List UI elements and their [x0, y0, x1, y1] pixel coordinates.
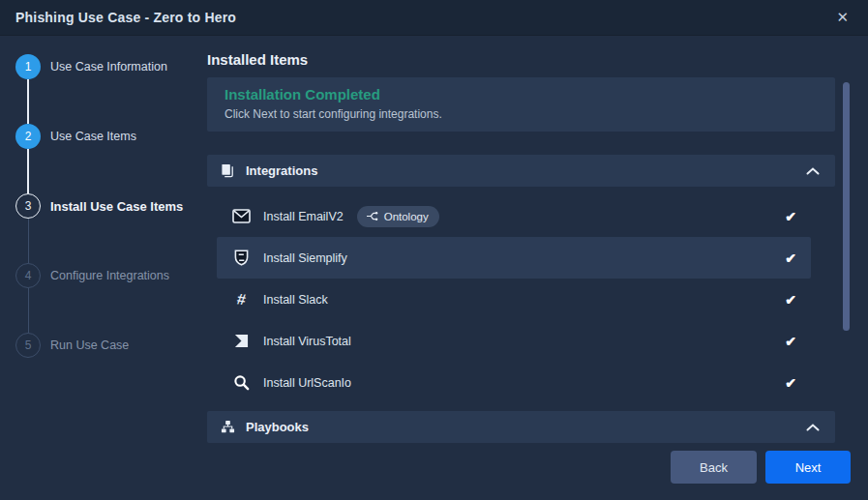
- back-button[interactable]: Back: [671, 451, 757, 484]
- step-number: 1: [15, 54, 41, 79]
- integration-row-label: Install Siemplify: [263, 251, 347, 265]
- step-label: Use Case Information: [50, 60, 167, 74]
- integration-row-urlscanio[interactable]: Install UrlScanIo ✔: [217, 362, 811, 403]
- integration-row-label: Install UrlScanIo: [263, 376, 351, 390]
- scrollbar-thumb[interactable]: [843, 82, 850, 331]
- search-icon: [230, 374, 252, 391]
- virustotal-icon: [230, 334, 252, 348]
- integration-row-label: Install EmailV2: [263, 210, 344, 223]
- check-icon: ✔: [785, 209, 796, 224]
- section-label: Playbooks: [246, 420, 804, 434]
- step-number: 5: [15, 333, 41, 358]
- stepper-connector: [28, 288, 29, 333]
- step-number: 4: [15, 263, 41, 288]
- step-use-case-information[interactable]: 1 Use Case Information: [0, 54, 167, 79]
- step-number: 3: [15, 193, 41, 219]
- main-content: Installed Items Installation Completed C…: [207, 36, 835, 443]
- step-run-use-case[interactable]: 5 Run Use Case: [0, 333, 129, 358]
- footer-actions: Back Next: [671, 451, 851, 484]
- installation-status-banner: Installation Completed Click Next to sta…: [207, 77, 835, 132]
- chevron-up-icon[interactable]: [804, 165, 822, 177]
- integration-row-slack[interactable]: # Install Slack ✔: [217, 279, 811, 320]
- step-install-use-case-items[interactable]: 3 Install Use Case Items: [0, 193, 183, 219]
- section-header-playbooks[interactable]: Playbooks: [207, 411, 835, 443]
- wizard-stepper: 1 Use Case Information 2 Use Case Items …: [0, 36, 207, 500]
- ontology-badge: Ontology: [357, 206, 439, 227]
- playbooks-icon: [221, 420, 235, 434]
- check-icon: ✔: [785, 250, 796, 266]
- step-number: 2: [15, 124, 41, 149]
- titlebar: Phishing Use Case - Zero to Hero ✕: [0, 0, 868, 36]
- integration-row-emailv2[interactable]: Install EmailV2 Ontology ✔: [217, 195, 811, 237]
- step-use-case-items[interactable]: 2 Use Case Items: [0, 124, 136, 149]
- branch-icon: [366, 211, 378, 221]
- stepper-connector: [27, 79, 29, 124]
- step-label: Run Use Case: [50, 338, 129, 352]
- step-configure-integrations[interactable]: 4 Configure Integrations: [0, 263, 169, 288]
- integrations-icon: [221, 163, 235, 178]
- email-icon: [230, 209, 252, 223]
- siemplify-icon: [230, 250, 252, 266]
- integration-row-label: Install VirusTotal: [263, 335, 351, 348]
- use-case-wizard-modal: Phishing Use Case - Zero to Hero ✕ 1 Use…: [0, 0, 868, 500]
- banner-subtitle: Click Next to start configuring integrat…: [224, 107, 818, 121]
- next-button[interactable]: Next: [765, 451, 851, 484]
- integrations-list: Install EmailV2 Ontology ✔ Install Siemp…: [207, 187, 835, 403]
- step-label: Use Case Items: [50, 130, 136, 143]
- check-icon: ✔: [785, 375, 796, 391]
- section-header-integrations[interactable]: Integrations: [207, 155, 835, 187]
- slack-icon: #: [230, 291, 252, 309]
- integration-row-siemplify[interactable]: Install Siemplify ✔: [217, 237, 811, 279]
- step-label: Configure Integrations: [50, 269, 169, 282]
- check-icon: ✔: [785, 334, 796, 349]
- banner-title: Installation Completed: [224, 86, 818, 103]
- page-title: Installed Items: [207, 51, 835, 68]
- integration-row-label: Install Slack: [263, 293, 328, 307]
- stepper-connector: [28, 219, 29, 263]
- close-icon[interactable]: ✕: [832, 7, 853, 28]
- check-icon: ✔: [785, 292, 796, 308]
- integration-row-virustotal[interactable]: Install VirusTotal ✔: [217, 320, 811, 362]
- badge-label: Ontology: [384, 211, 429, 222]
- chevron-up-icon[interactable]: [804, 422, 822, 433]
- section-label: Integrations: [246, 163, 804, 178]
- window-title: Phishing Use Case - Zero to Hero: [15, 10, 236, 25]
- step-label: Install Use Case Items: [50, 199, 183, 214]
- stepper-connector: [27, 149, 29, 193]
